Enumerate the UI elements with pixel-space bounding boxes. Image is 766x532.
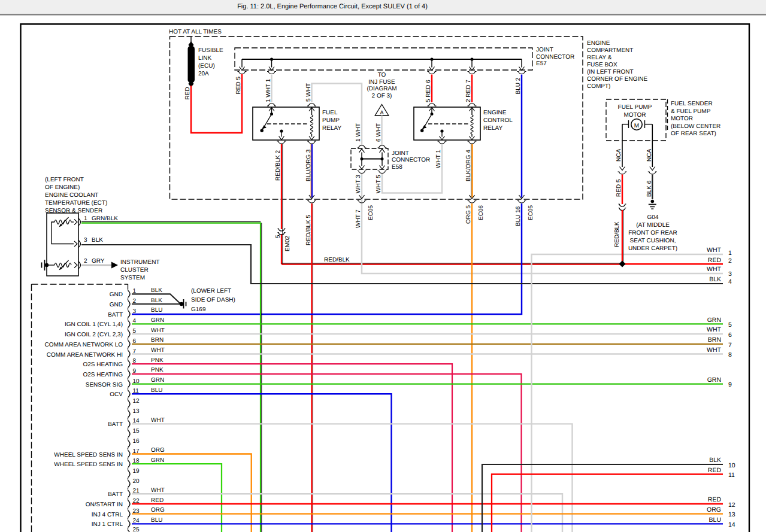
svg-text:WHT 7: WHT 7 [355,209,362,228]
svg-text:GRN: GRN [151,377,164,384]
svg-text:E58: E58 [392,164,402,171]
svg-text:FRONT OF REAR: FRONT OF REAR [628,230,677,236]
svg-text:RED/BLK: RED/BLK [324,257,350,263]
svg-text:WHT 3: WHT 3 [355,175,362,193]
svg-text:UNDER CARPET): UNDER CARPET) [628,245,677,252]
svg-text:(DIAGRAM: (DIAGRAM [367,86,397,92]
svg-text:MOTOR: MOTOR [623,112,646,118]
svg-text:RED: RED [708,496,722,503]
svg-text:WHT: WHT [151,327,165,334]
svg-text:RED: RED [151,497,164,504]
svg-text:6 WHT: 6 WHT [376,123,382,142]
svg-text:8: 8 [728,351,732,358]
svg-text:G169: G169 [191,306,206,313]
svg-text:BLK: BLK [92,237,103,244]
svg-text:10: 10 [728,462,735,469]
svg-text:6: 6 [728,332,732,339]
svg-text:(LOWER LEFT: (LOWER LEFT [191,288,231,294]
svg-text:3: 3 [84,237,87,244]
svg-text:CONNECTOR: CONNECTOR [536,54,574,60]
svg-text:COMM AREA NETWORK LO: COMM AREA NETWORK LO [44,342,123,348]
svg-text:BRN: BRN [708,336,721,343]
svg-text:SIDE OF DASH): SIDE OF DASH) [191,297,235,303]
svg-text:20A: 20A [198,71,209,77]
svg-text:11: 11 [728,472,735,479]
svg-text:RELAY &: RELAY & [587,54,612,61]
svg-text:E57: E57 [536,60,547,67]
svg-text:RED: RED [708,257,722,264]
svg-text:ORG 5: ORG 5 [465,205,472,224]
svg-text:GRY: GRY [92,258,105,265]
svg-text:EC05: EC05 [528,205,534,220]
svg-text:ORG: ORG [151,447,165,454]
svg-text:LINK: LINK [198,55,212,62]
svg-text:WHT: WHT [707,247,721,254]
svg-text:BLK: BLK [709,276,721,283]
svg-text:GRN/BLK: GRN/BLK [92,215,118,222]
svg-text:WHT 5: WHT 5 [376,175,382,193]
svg-text:SEAT CUSHION,: SEAT CUSHION, [630,238,676,244]
svg-text:1 WHT 1: 1 WHT 1 [265,78,272,102]
svg-text:WHT 1: WHT 1 [435,150,442,168]
svg-text:M: M [634,123,639,129]
svg-text:INJ FUSE: INJ FUSE [368,79,395,86]
svg-text:(ECU): (ECU) [198,63,215,69]
svg-text:20: 20 [133,478,140,485]
svg-text:RELAY: RELAY [322,125,341,132]
svg-text:BLK/ORG 4: BLK/ORG 4 [465,150,472,181]
svg-text:EC05: EC05 [368,205,374,220]
svg-text:2 RED 7: 2 RED 7 [465,80,472,102]
svg-text:OF REAR SEAT): OF REAR SEAT) [671,130,716,137]
svg-text:COMPT): COMPT) [587,83,610,90]
svg-text:PUMP: PUMP [322,117,340,124]
svg-text:ORG: ORG [151,507,165,513]
svg-text:IGN COIL 2 (CYL 2,3): IGN COIL 2 (CYL 2,3) [65,332,123,338]
svg-text:BLK: BLK [151,287,162,294]
svg-text:ENGINE COOLANT: ENGINE COOLANT [45,192,98,199]
svg-text:ORG: ORG [707,506,721,513]
svg-text:WHEEL SPEED SENS IN: WHEEL SPEED SENS IN [54,452,123,458]
svg-text:BLU: BLU [151,307,162,314]
svg-text:FUEL SENDER: FUEL SENDER [671,101,713,107]
svg-text:16: 16 [133,438,140,445]
svg-text:RED: RED [184,87,191,99]
svg-text:OF ENGINE): OF ENGINE) [45,184,80,191]
svg-text:BATT: BATT [108,491,123,498]
svg-text:WHT: WHT [707,326,721,333]
svg-text:MOTOR: MOTOR [671,115,693,122]
svg-text:FUEL PUMP: FUEL PUMP [618,104,652,111]
svg-text:WHT: WHT [707,266,721,273]
svg-text:JOINT: JOINT [536,47,553,53]
svg-text:& FUEL PUMP: & FUEL PUMP [671,108,711,115]
svg-text:1: 1 [728,250,732,257]
svg-text:OCV: OCV [110,391,123,398]
svg-text:13: 13 [133,408,140,415]
svg-text:PNK: PNK [151,357,164,364]
svg-text:CONTROL: CONTROL [483,117,513,124]
svg-text:(IN LEFT FRONT: (IN LEFT FRONT [587,69,634,75]
svg-text:1 WHT: 1 WHT [355,123,362,142]
svg-text:5 WHT: 5 WHT [305,83,312,102]
svg-text:FUSIBLE: FUSIBLE [198,47,223,54]
svg-text:7: 7 [728,342,732,349]
svg-text:ENGINE: ENGINE [587,40,610,47]
svg-text:2: 2 [728,257,732,265]
svg-text:GRN: GRN [707,317,721,324]
svg-text:RED 5: RED 5 [616,179,622,197]
svg-text:JOINT: JOINT [392,150,409,157]
svg-text:13: 13 [728,511,735,518]
svg-text:IGN COIL 1 (CYL 1,4): IGN COIL 1 (CYL 1,4) [65,321,123,328]
svg-text:12: 12 [728,501,735,509]
svg-text:(BELOW CENTER: (BELOW CENTER [671,123,720,130]
svg-text:19: 19 [133,468,140,475]
svg-text:9: 9 [728,381,732,388]
svg-text:ON/START IN: ON/START IN [86,501,123,508]
svg-text:BLU: BLU [709,516,721,524]
svg-text:2: 2 [84,258,87,265]
svg-text:EM02: EM02 [284,235,291,251]
svg-text:GRN: GRN [151,317,164,324]
svg-text:(AT MIDDLE: (AT MIDDLE [636,222,670,229]
svg-text:15: 15 [133,428,140,434]
svg-text:12: 12 [133,398,140,405]
svg-text:SYSTEM: SYSTEM [120,275,145,281]
